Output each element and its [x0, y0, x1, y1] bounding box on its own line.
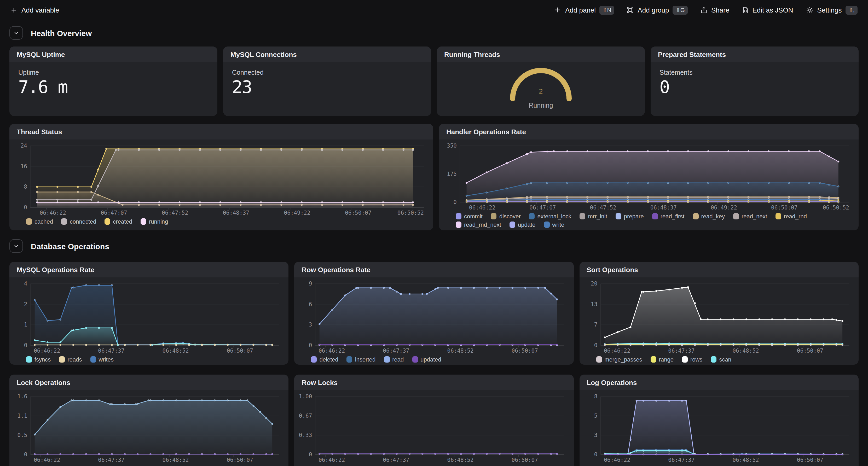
shortcut-badge: ⇧, — [845, 5, 858, 14]
svg-text:06:46:22: 06:46:22 — [40, 210, 66, 216]
time-series-plot[interactable]: 08162406:46:2206:47:0706:47:5206:48:3706… — [12, 143, 428, 217]
legend-label: reads — [67, 356, 82, 363]
legend-item-rows[interactable]: rows — [682, 356, 702, 363]
legend-item-created[interactable]: created — [105, 218, 132, 225]
legend-item-read_first[interactable]: read_first — [652, 213, 685, 219]
add-variable-button[interactable]: Add variable — [10, 6, 59, 14]
section-title: Database Operations — [31, 242, 109, 250]
stat-label: Statements — [659, 69, 850, 76]
stat-panel-mysql-connections: MySQL ConnectionsConnected23 — [223, 46, 431, 116]
legend-label: created — [113, 218, 132, 225]
section-collapse-button[interactable] — [9, 26, 23, 40]
svg-text:06:48:52: 06:48:52 — [162, 457, 189, 463]
svg-text:06:47:37: 06:47:37 — [668, 457, 694, 463]
legend-label: read_rnd_next — [464, 221, 501, 228]
legend-label: rows — [690, 356, 702, 363]
svg-text:3: 3 — [309, 321, 312, 328]
legend-item-mrr_init[interactable]: mrr_init — [580, 213, 607, 219]
share-button[interactable]: Share — [700, 6, 729, 14]
legend-item-external_lock[interactable]: external_lock — [529, 213, 571, 219]
legend-item-discover[interactable]: discover — [491, 213, 521, 219]
add-panel-button[interactable]: Add panel⇧N — [554, 5, 614, 14]
section-collapse-button[interactable] — [9, 239, 23, 253]
time-series-plot[interactable]: 035806:46:2206:47:3706:48:5206:50:07 — [582, 393, 854, 464]
legend-swatch — [775, 213, 781, 219]
legend-swatch — [733, 213, 739, 219]
legend-item-read_rnd_next[interactable]: read_rnd_next — [456, 221, 501, 228]
time-series-plot[interactable]: 012406:46:2206:47:3706:48:5206:50:07 — [12, 281, 283, 355]
legend-item-deleted[interactable]: deleted — [311, 356, 338, 363]
legend-item-read[interactable]: read — [384, 356, 404, 363]
panel-title: Lock Operations — [9, 375, 289, 390]
panel-title: Handler Operations Rate — [439, 124, 859, 139]
stats-row: MySQL UptimeUptime7.6 mMySQL Connections… — [9, 46, 859, 116]
stat-value: 23 — [232, 77, 422, 97]
svg-text:24: 24 — [21, 143, 27, 149]
legend-item-connected[interactable]: connected — [61, 218, 96, 225]
chart-panel-lock-operations: Lock Operations00.51.11.606:46:2206:47:3… — [9, 375, 289, 466]
time-series-plot[interactable]: 036906:46:2206:47:3706:48:5206:50:07 — [298, 281, 568, 355]
legend-item-read_next[interactable]: read_next — [733, 213, 767, 219]
svg-text:0: 0 — [24, 204, 27, 211]
action-label: Add panel — [565, 6, 596, 14]
svg-text:06:46:22: 06:46:22 — [34, 348, 60, 354]
svg-text:2: 2 — [24, 301, 27, 307]
time-series-plot[interactable]: 07132006:46:2206:47:3706:48:5206:50:07 — [582, 281, 854, 355]
top-toolbar: Add variable Add panel⇧NAdd group⇧GShare… — [0, 0, 868, 20]
legend-item-reads[interactable]: reads — [59, 356, 82, 363]
legend-label: connected — [70, 218, 96, 225]
legend-item-merge_passes[interactable]: merge_passes — [596, 356, 642, 363]
section-database-operations: Database Operations — [9, 239, 859, 253]
svg-text:06:50:07: 06:50:07 — [512, 348, 538, 354]
legend-item-write[interactable]: write — [544, 221, 564, 228]
legend-swatch — [347, 356, 352, 363]
legend-label: read_key — [701, 213, 725, 219]
chart-legend: commitdiscoverexternal_lockmrr_initprepa… — [442, 212, 854, 228]
gauge-value: 2 — [539, 87, 543, 95]
settings-button[interactable]: Settings⇧, — [806, 5, 858, 14]
legend-label: prepare — [624, 213, 644, 219]
legend-swatch — [693, 213, 699, 219]
legend-item-scan[interactable]: scan — [711, 356, 731, 363]
legend-item-running[interactable]: running — [141, 218, 168, 225]
svg-text:175: 175 — [447, 171, 457, 177]
legend-label: external_lock — [537, 213, 571, 219]
stat-panel-running-threads: Running Threads2Running — [437, 46, 645, 116]
svg-text:0: 0 — [594, 452, 597, 458]
chevron-down-icon — [13, 30, 19, 36]
legend-item-read_key[interactable]: read_key — [693, 213, 725, 219]
legend-swatch — [616, 213, 621, 219]
legend-swatch — [105, 218, 111, 225]
legend-swatch — [456, 213, 461, 219]
time-series-plot[interactable]: 017535006:46:2206:47:0706:47:5206:48:370… — [442, 143, 854, 212]
legend-label: deleted — [319, 356, 338, 363]
legend-item-inserted[interactable]: inserted — [347, 356, 375, 363]
edit-as-json-button[interactable]: Edit as JSON — [742, 6, 793, 14]
svg-text:06:47:37: 06:47:37 — [383, 457, 409, 463]
legend-swatch — [596, 356, 602, 363]
svg-text:0: 0 — [24, 342, 27, 348]
legend-item-fsyncs[interactable]: fsyncs — [26, 356, 51, 363]
svg-text:06:48:52: 06:48:52 — [733, 457, 759, 463]
legend-item-updated[interactable]: updated — [412, 356, 441, 363]
legend-item-commit[interactable]: commit — [456, 213, 483, 219]
legend-item-update[interactable]: update — [509, 221, 535, 228]
legend-swatch — [90, 356, 96, 363]
panel-title: MySQL Operations Rate — [9, 262, 289, 277]
legend-item-cached[interactable]: cached — [26, 218, 53, 225]
time-series-plot[interactable]: 00.51.11.606:46:2206:47:3706:48:5206:50:… — [12, 393, 283, 464]
legend-item-prepare[interactable]: prepare — [616, 213, 644, 219]
legend-item-read_rnd[interactable]: read_rnd — [775, 213, 807, 219]
chart-panel-row-locks: Row Locks00.330.671.0006:46:2206:47:3706… — [294, 375, 574, 466]
chart-panel-log-operations: Log Operations035806:46:2206:47:3706:48:… — [579, 375, 859, 466]
legend-swatch — [491, 213, 497, 219]
legend-label: running — [149, 218, 168, 225]
legend-item-writes[interactable]: writes — [90, 356, 114, 363]
add-group-button[interactable]: Add group⇧G — [626, 5, 688, 14]
share-icon — [700, 6, 708, 14]
panel-title: MySQL Connections — [223, 46, 431, 62]
legend-item-range[interactable]: range — [651, 356, 674, 363]
action-label: Settings — [817, 6, 842, 14]
legend-label: mrr_init — [588, 213, 607, 219]
time-series-plot[interactable]: 00.330.671.0006:46:2206:47:3706:48:5206:… — [298, 393, 568, 464]
